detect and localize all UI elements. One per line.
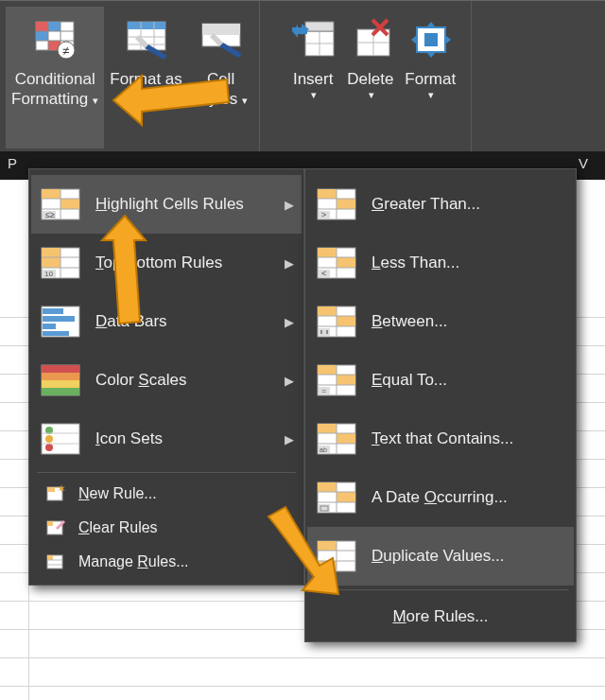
- svg-rect-57: [43, 308, 63, 314]
- svg-text:10: 10: [44, 270, 53, 278]
- label: Cell: [207, 69, 234, 89]
- format-as-table-button[interactable]: Format as Table ▾: [104, 7, 188, 149]
- svg-rect-125: [337, 492, 355, 502]
- menu-text-contains[interactable]: ab Text that Contains...: [307, 410, 574, 468]
- menu-clear-rules[interactable]: Clear Rules ▶: [31, 511, 302, 545]
- submenu-arrow-icon: ▶: [285, 315, 294, 329]
- delete-button[interactable]: Delete ▾: [341, 7, 399, 149]
- svg-text:>: >: [321, 210, 326, 219]
- svg-rect-35: [424, 33, 438, 46]
- clear-rules-icon: [46, 518, 65, 537]
- svg-rect-26: [305, 22, 334, 31]
- menu-color-scales[interactable]: Color Scales ▶: [31, 351, 302, 410]
- label: Styles ▾: [194, 89, 248, 109]
- chevron-down-icon: ▾: [311, 89, 317, 102]
- menu-data-bars[interactable]: Data Bars ▶: [31, 292, 302, 351]
- separator: [313, 589, 568, 590]
- delete-cells-icon: [348, 16, 393, 61]
- svg-rect-1: [36, 22, 48, 31]
- svg-marker-39: [426, 52, 436, 58]
- label: Delete: [347, 69, 393, 89]
- svg-rect-109: [337, 375, 355, 385]
- svg-rect-116: [318, 424, 337, 433]
- label: Insert: [293, 69, 334, 89]
- menu-greater-than[interactable]: > Greater Than...: [307, 175, 574, 234]
- equal-to-icon: =: [317, 364, 356, 396]
- svg-marker-37: [445, 35, 451, 44]
- label: Text that Contains...: [372, 429, 513, 448]
- svg-rect-124: [318, 482, 337, 492]
- svg-point-69: [45, 444, 53, 451]
- label: Formatting ▾: [11, 89, 98, 109]
- label: Duplicate Values...: [372, 547, 505, 566]
- svg-rect-79: [47, 555, 53, 560]
- menu-icon-sets[interactable]: Icon Sets ▶: [31, 410, 302, 468]
- svg-text:=: =: [321, 386, 326, 395]
- svg-rect-92: [337, 257, 355, 268]
- svg-text:<: <: [321, 269, 326, 278]
- conditional-formatting-icon: ≠: [32, 16, 78, 61]
- svg-text:✶: ✶: [57, 484, 65, 496]
- date-icon: [317, 481, 356, 514]
- menu-highlight-cells-rules[interactable]: ≤≥ Highlight Cells Rules ▶: [31, 175, 302, 234]
- label: Highlight Cells Rules: [95, 195, 244, 214]
- label: A Date Occurring...: [372, 488, 508, 507]
- cell-styles-button[interactable]: Cell Styles ▾: [188, 7, 253, 149]
- svg-rect-41: [42, 189, 60, 199]
- svg-rect-64: [42, 380, 79, 388]
- submenu-arrow-icon: ▶: [285, 256, 294, 271]
- conditional-formatting-menu: ≤≥ Highlight Cells Rules ▶ 10 Top/Bottom…: [28, 168, 304, 586]
- svg-rect-42: [60, 199, 79, 209]
- label: More Rules...: [392, 607, 488, 625]
- label: Between...: [372, 312, 447, 331]
- table-icon: [124, 16, 169, 61]
- svg-rect-84: [337, 199, 355, 209]
- format-button[interactable]: Format ▾: [399, 7, 461, 149]
- svg-point-68: [45, 435, 53, 443]
- menu-new-rule[interactable]: ✶ New Rule...: [31, 477, 302, 511]
- label: Greater Than...: [372, 195, 480, 214]
- svg-rect-2: [48, 22, 60, 31]
- conditional-formatting-button[interactable]: ≠ Conditional Formatting ▾: [6, 7, 104, 149]
- svg-rect-83: [318, 189, 337, 199]
- menu-top-bottom-rules[interactable]: 10 Top/Bottom Rules ▶: [31, 234, 302, 292]
- menu-less-than[interactable]: < Less Than...: [307, 234, 574, 292]
- label: Conditional: [15, 69, 95, 89]
- highlight-cells-submenu: > Greater Than... < Less Than... Between…: [304, 168, 577, 642]
- svg-rect-60: [43, 331, 69, 336]
- svg-rect-132: [318, 541, 337, 551]
- separator: [37, 472, 296, 473]
- menu-between[interactable]: Between...: [307, 292, 574, 351]
- svg-rect-12: [128, 22, 165, 29]
- svg-marker-38: [426, 22, 436, 27]
- svg-rect-91: [318, 248, 337, 257]
- label: Table ▾: [122, 89, 171, 109]
- label: Color Scales: [95, 371, 186, 390]
- menu-duplicate-values[interactable]: Duplicate Values...: [307, 527, 574, 586]
- new-rule-icon: ✶: [46, 484, 65, 503]
- menu-manage-rules[interactable]: Manage Rules...: [31, 545, 302, 579]
- menu-equal-to[interactable]: = Equal To...: [307, 351, 574, 410]
- menu-more-rules[interactable]: More Rules...: [307, 594, 574, 636]
- svg-rect-133: [318, 561, 337, 571]
- cell-styles-icon: [199, 16, 244, 61]
- data-bars-icon: [41, 306, 80, 338]
- svg-rect-73: [47, 487, 55, 492]
- label: Icon Sets: [95, 429, 163, 448]
- submenu-arrow-icon: ▶: [285, 198, 294, 212]
- svg-rect-99: [318, 306, 337, 316]
- insert-button[interactable]: Insert ▾: [285, 7, 341, 149]
- submenu-arrow-icon: ▶: [285, 374, 294, 388]
- less-than-icon: <: [317, 247, 356, 279]
- icon-sets-icon: [41, 423, 80, 455]
- format-cells-icon: [407, 16, 453, 61]
- manage-rules-icon: [46, 552, 65, 571]
- chevron-down-icon: ▾: [369, 89, 374, 102]
- menu-date-occurring[interactable]: A Date Occurring...: [307, 468, 574, 527]
- svg-rect-100: [337, 316, 355, 326]
- svg-rect-63: [42, 373, 79, 380]
- label: Manage Rules...: [78, 553, 189, 570]
- duplicate-values-icon: [317, 540, 356, 572]
- label: Equal To...: [372, 371, 447, 390]
- submenu-arrow-icon: ▶: [283, 521, 292, 535]
